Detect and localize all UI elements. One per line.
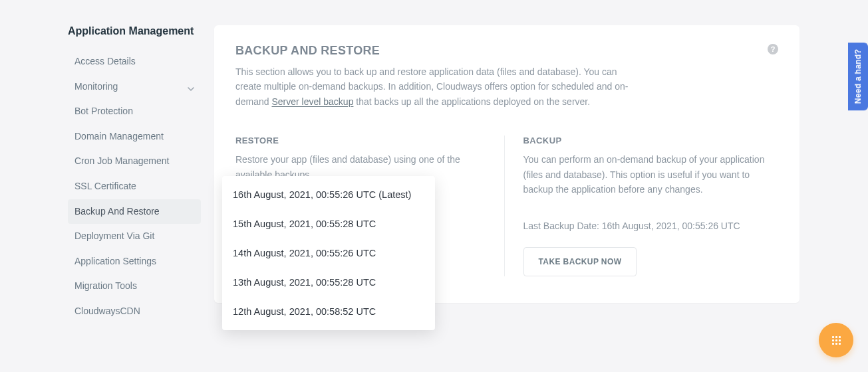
sidebar-item-bot-protection[interactable]: Bot Protection bbox=[68, 99, 201, 124]
sidebar-item-backup-restore[interactable]: Backup And Restore bbox=[68, 199, 201, 225]
dropdown-option[interactable]: 15th August, 2021, 00:55:28 UTC bbox=[222, 209, 435, 238]
sidebar-item-label: Application Settings bbox=[74, 255, 156, 268]
page-title: BACKUP AND RESTORE bbox=[235, 44, 778, 58]
desc-post: that backs up all the applications deplo… bbox=[353, 96, 590, 107]
backup-title: BACKUP bbox=[523, 136, 779, 145]
sidebar-item-monitoring[interactable]: Monitoring bbox=[68, 74, 201, 100]
grid-icon bbox=[832, 336, 841, 345]
dropdown-option[interactable]: 14th August, 2021, 00:55:26 UTC bbox=[222, 238, 435, 268]
sidebar-item-cdn[interactable]: CloudwaysCDN bbox=[68, 299, 201, 324]
dropdown-option[interactable]: 13th August, 2021, 00:55:28 UTC bbox=[222, 268, 435, 297]
sidebar-item-label: Deployment Via Git bbox=[74, 230, 154, 243]
sidebar-item-deployment-git[interactable]: Deployment Via Git bbox=[68, 224, 201, 249]
sidebar-item-label: Migration Tools bbox=[74, 280, 137, 293]
sidebar-item-label: Cron Job Management bbox=[74, 155, 169, 168]
server-level-backup-link[interactable]: Server level backup bbox=[271, 96, 353, 107]
sidebar-item-migration[interactable]: Migration Tools bbox=[68, 274, 201, 299]
sidebar-item-label: Monitoring bbox=[74, 80, 118, 94]
sidebar-item-label: SSL Certificate bbox=[74, 180, 136, 193]
sidebar: Application Management Access Details Mo… bbox=[68, 25, 201, 324]
last-backup-value: 16th August, 2021, 00:55:26 UTC bbox=[602, 221, 740, 231]
sidebar-title: Application Management bbox=[68, 25, 201, 37]
sidebar-item-label: CloudwaysCDN bbox=[74, 305, 140, 318]
help-icon[interactable]: ? bbox=[768, 44, 778, 54]
dropdown-option[interactable]: 12th August, 2021, 00:58:52 UTC bbox=[222, 297, 435, 326]
last-backup-label: Last Backup Date: bbox=[523, 221, 602, 231]
take-backup-button[interactable]: TAKE BACKUP NOW bbox=[523, 247, 637, 276]
sidebar-item-ssl[interactable]: SSL Certificate bbox=[68, 174, 201, 199]
chevron-down-icon bbox=[188, 83, 194, 90]
page-description: This section allows you to back up and r… bbox=[235, 64, 635, 109]
sidebar-item-label: Domain Management bbox=[74, 130, 164, 143]
sidebar-item-label: Access Details bbox=[74, 55, 136, 68]
need-a-hand-tab[interactable]: Need a hand? bbox=[848, 43, 868, 110]
restore-title: RESTORE bbox=[235, 136, 491, 145]
sidebar-item-access-details[interactable]: Access Details bbox=[68, 49, 201, 74]
restore-backup-dropdown[interactable]: 16th August, 2021, 00:55:26 UTC (Latest)… bbox=[222, 176, 435, 330]
backup-desc: You can perform an on-demand backup of y… bbox=[523, 152, 779, 197]
apps-fab-button[interactable] bbox=[819, 323, 853, 357]
sidebar-item-app-settings[interactable]: Application Settings bbox=[68, 249, 201, 274]
last-backup-date: Last Backup Date: 16th August, 2021, 00:… bbox=[523, 221, 779, 231]
backup-section: BACKUP You can perform an on-demand back… bbox=[504, 136, 779, 276]
sidebar-list: Access Details Monitoring Bot Protection… bbox=[68, 49, 201, 324]
sidebar-item-label: Backup And Restore bbox=[74, 205, 160, 219]
dropdown-option[interactable]: 16th August, 2021, 00:55:26 UTC (Latest) bbox=[222, 180, 435, 209]
sidebar-item-domain-management[interactable]: Domain Management bbox=[68, 124, 201, 149]
sidebar-item-cron-job[interactable]: Cron Job Management bbox=[68, 149, 201, 174]
sidebar-item-label: Bot Protection bbox=[74, 105, 133, 118]
